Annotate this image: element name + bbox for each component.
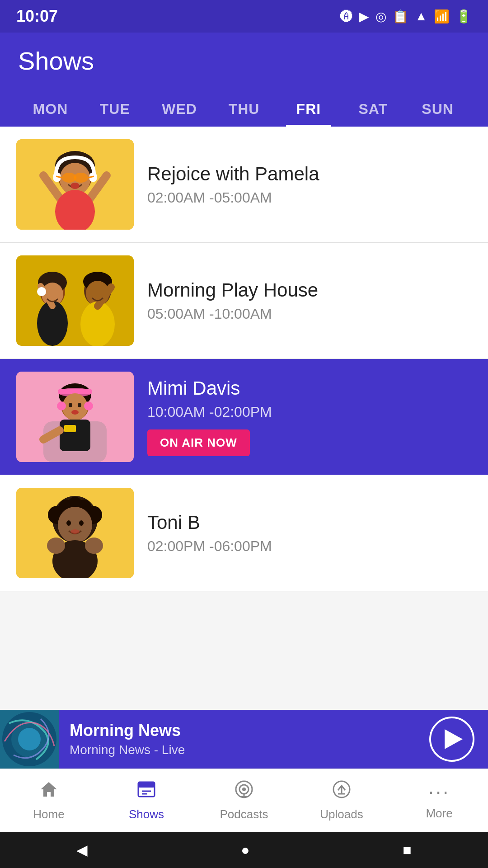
now-playing-title: Morning News — [70, 721, 418, 740]
show-time-toni: 02:00PM -06:00PM — [147, 538, 472, 555]
svg-rect-38 — [64, 425, 76, 432]
show-thumbnail-mimi — [16, 372, 134, 462]
svg-point-36 — [71, 410, 79, 415]
svg-point-41 — [84, 401, 93, 410]
battery-icon: 🔋 — [456, 9, 472, 24]
tab-thu[interactable]: THU — [212, 92, 277, 127]
show-info-toni: Toni B 02:00PM -06:00PM — [147, 512, 472, 555]
now-playing-subtitle: Morning News - Live — [70, 743, 418, 757]
header: Shows MON TUE WED THU FRI SAT SUN — [0, 33, 488, 127]
nav-more[interactable]: ··· More — [390, 769, 488, 832]
svg-rect-37 — [60, 420, 90, 451]
signal-icon: 📶 — [434, 9, 450, 24]
svg-rect-15 — [16, 255, 134, 346]
svg-point-26 — [37, 287, 46, 296]
podcast-icon: ◎ — [375, 9, 386, 24]
nav-uploads[interactable]: Uploads — [293, 769, 390, 832]
nav-podcasts-label: Podcasts — [220, 807, 268, 821]
bottom-nav: Home Shows Podcasts — [0, 769, 488, 832]
android-nav-bar: ◀ ● ■ — [0, 832, 488, 868]
show-time-mimi: 10:00AM -02:00PM — [147, 404, 472, 420]
nav-more-label: More — [426, 807, 452, 821]
show-item-toni[interactable]: Toni B 02:00PM -06:00PM — [0, 475, 488, 591]
show-thumbnail-toni — [16, 488, 134, 578]
show-item-rejoice[interactable]: Rejoice with Pamela 02:00AM -05:00AM — [0, 127, 488, 243]
now-playing-bar[interactable]: Morning News Morning News - Live — [0, 710, 488, 769]
youtube-icon: ▶ — [359, 9, 369, 24]
show-name-toni: Toni B — [147, 512, 472, 533]
page-title: Shows — [18, 46, 470, 75]
svg-point-51 — [79, 520, 84, 526]
show-info-morning: Morning Play House 05:00AM -10:00AM — [147, 279, 472, 322]
home-button[interactable]: ● — [241, 842, 249, 859]
tab-fri[interactable]: FRI — [276, 92, 341, 127]
show-time-rejoice: 02:00AM -05:00AM — [147, 189, 472, 206]
memo-icon: 📋 — [393, 9, 408, 24]
notification-icon: 🅐 — [340, 9, 353, 24]
tab-sun[interactable]: SUN — [405, 92, 470, 127]
tab-sat[interactable]: SAT — [341, 92, 405, 127]
svg-point-33 — [62, 393, 88, 420]
svg-point-55 — [85, 538, 103, 554]
podcasts-icon — [234, 779, 254, 804]
show-name-rejoice: Rejoice with Pamela — [147, 163, 472, 185]
now-playing-info: Morning News Morning News - Live — [59, 721, 429, 757]
svg-rect-61 — [138, 782, 155, 788]
show-info-mimi: Mimi Davis 10:00AM -02:00PM ON AIR NOW — [147, 377, 472, 456]
show-thumbnail-rejoice — [16, 139, 134, 230]
now-playing-thumbnail — [0, 710, 59, 769]
show-item-mimi[interactable]: Mimi Davis 10:00AM -02:00PM ON AIR NOW — [0, 359, 488, 475]
shows-list: Rejoice with Pamela 02:00AM -05:00AM — [0, 127, 488, 591]
on-air-badge: ON AIR NOW — [147, 429, 250, 456]
uploads-icon — [332, 779, 352, 804]
nav-shows-label: Shows — [129, 807, 164, 821]
status-time: 10:07 — [16, 7, 58, 26]
day-tabs: MON TUE WED THU FRI SAT SUN — [18, 92, 470, 127]
nav-home[interactable]: Home — [0, 769, 98, 832]
nav-uploads-label: Uploads — [320, 807, 363, 821]
svg-point-40 — [57, 401, 66, 410]
nav-shows[interactable]: Shows — [98, 769, 195, 832]
svg-point-66 — [242, 788, 246, 791]
svg-point-54 — [47, 538, 65, 554]
wifi-icon: ▲ — [415, 9, 427, 24]
shows-icon — [136, 779, 156, 804]
show-item-morning[interactable]: Morning Play House 05:00AM -10:00AM — [0, 243, 488, 359]
nav-home-label: Home — [33, 807, 64, 821]
show-name-mimi: Mimi Davis — [147, 377, 472, 399]
svg-point-59 — [18, 728, 41, 750]
svg-point-49 — [58, 507, 92, 543]
svg-point-34 — [69, 403, 72, 407]
svg-point-52 — [70, 529, 80, 534]
show-name-morning: Morning Play House — [147, 279, 472, 301]
svg-point-14 — [70, 183, 80, 189]
status-bar: 10:07 🅐 ▶ ◎ 📋 ▲ 📶 🔋 — [0, 0, 488, 33]
home-icon — [39, 779, 59, 804]
tab-wed[interactable]: WED — [147, 92, 212, 127]
recents-button[interactable]: ■ — [403, 842, 411, 859]
status-icons: 🅐 ▶ ◎ 📋 ▲ 📶 🔋 — [340, 9, 472, 24]
tab-mon[interactable]: MON — [18, 92, 83, 127]
svg-point-35 — [78, 403, 81, 407]
nav-podcasts[interactable]: Podcasts — [195, 769, 293, 832]
show-time-morning: 05:00AM -10:00AM — [147, 306, 472, 322]
tab-tue[interactable]: TUE — [83, 92, 147, 127]
more-icon: ··· — [428, 780, 450, 803]
show-thumbnail-morning — [16, 255, 134, 346]
back-button[interactable]: ◀ — [76, 841, 88, 859]
show-info-rejoice: Rejoice with Pamela 02:00AM -05:00AM — [147, 163, 472, 206]
svg-point-50 — [66, 520, 71, 526]
play-button[interactable] — [429, 717, 474, 762]
play-icon — [445, 729, 463, 749]
